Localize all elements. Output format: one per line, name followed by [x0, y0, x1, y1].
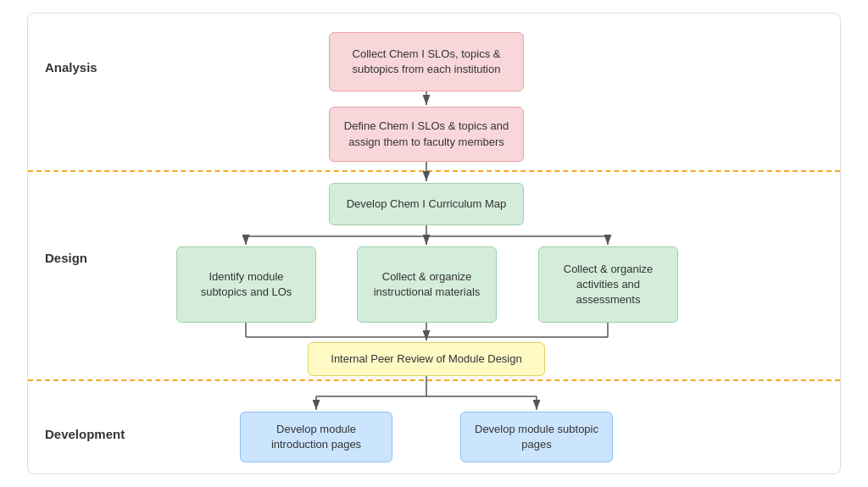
- section-label-analysis: Analysis: [45, 60, 97, 75]
- box-instructional: Collect & organize instructional materia…: [357, 246, 497, 323]
- box-peer-review: Internal Peer Review of Module Design: [308, 342, 545, 376]
- box-curriculum-map: Develop Chem I Curriculum Map: [329, 183, 524, 225]
- divider-first: [28, 170, 840, 172]
- box-intro-pages: Develop module introduction pages: [240, 412, 392, 462]
- section-label-development: Development: [45, 427, 125, 441]
- box-slos-collect: Collect Chem I SLOs, topics & subtopics …: [329, 32, 524, 91]
- section-label-design: Design: [45, 251, 87, 265]
- box-activities: Collect & organize activities and assess…: [538, 246, 678, 323]
- box-slos-define: Define Chem I SLOs & topics and assign t…: [329, 107, 524, 162]
- box-subtopics: Identify module subtopics and LOs: [176, 246, 316, 323]
- divider-second: [28, 379, 840, 381]
- diagram-wrapper: Analysis Design Development Collect Chem…: [27, 13, 841, 474]
- box-subtopic-pages: Develop module subtopic pages: [460, 412, 613, 462]
